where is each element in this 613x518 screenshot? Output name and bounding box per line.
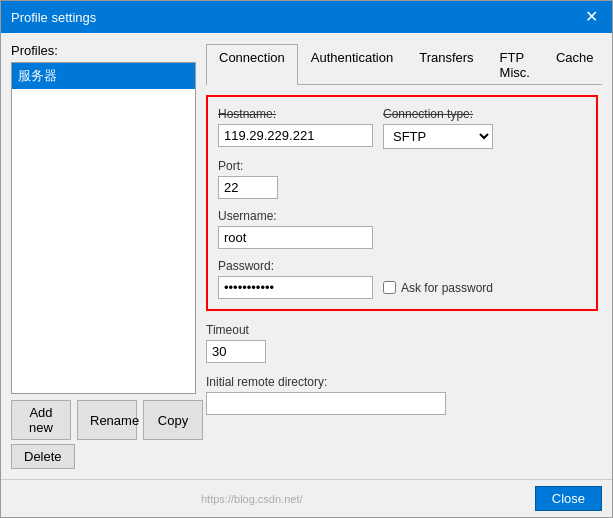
- window-body: Profiles: 服务器 Add new Rename Copy Delete: [1, 33, 612, 479]
- profile-item[interactable]: 服务器: [12, 63, 195, 89]
- conntype-label: Connection type:: [383, 107, 493, 121]
- sidebar: Profiles: 服务器 Add new Rename Copy Delete: [11, 43, 196, 469]
- tab-connection[interactable]: Connection: [206, 44, 298, 85]
- connection-box: Hostname: Connection type: SFTP FTP FTPS…: [206, 95, 598, 311]
- tabs: Connection Authentication Transfers FTP …: [206, 43, 602, 85]
- title-bar: Profile settings ✕: [1, 1, 612, 33]
- password-input[interactable]: [218, 276, 373, 299]
- port-group: Port:: [218, 159, 586, 199]
- timeout-group: Timeout: [206, 323, 598, 363]
- close-button[interactable]: Close: [535, 486, 602, 511]
- main-panel: Connection Authentication Transfers FTP …: [206, 43, 602, 469]
- username-label: Username:: [218, 209, 586, 223]
- sidebar-btn-row-1: Add new Rename Copy: [11, 400, 196, 440]
- port-label: Port:: [218, 159, 586, 173]
- ask-for-password-label: Ask for password: [401, 281, 493, 295]
- username-input[interactable]: [218, 226, 373, 249]
- hostname-input[interactable]: [218, 124, 373, 147]
- username-group: Username:: [218, 209, 586, 249]
- profiles-label: Profiles:: [11, 43, 196, 58]
- remote-dir-label: Initial remote directory:: [206, 375, 598, 389]
- conntype-group: Connection type: SFTP FTP FTPS SCP: [383, 107, 493, 149]
- ask-for-password-checkbox[interactable]: [383, 281, 396, 294]
- timeout-label: Timeout: [206, 323, 598, 337]
- hostname-group: Hostname:: [218, 107, 373, 149]
- ask-for-password-row: Ask for password: [383, 281, 493, 295]
- remote-dir-group: Initial remote directory:: [206, 375, 598, 415]
- conntype-select[interactable]: SFTP FTP FTPS SCP: [383, 124, 493, 149]
- add-new-button[interactable]: Add new: [11, 400, 71, 440]
- tab-transfers[interactable]: Transfers: [406, 44, 486, 85]
- connection-content: Hostname: Connection type: SFTP FTP FTPS…: [206, 95, 602, 469]
- window-title: Profile settings: [11, 10, 96, 25]
- sidebar-btn-row-2: Delete: [11, 444, 196, 469]
- watermark: https://blog.csdn.net/: [201, 493, 303, 505]
- timeout-input[interactable]: [206, 340, 266, 363]
- tab-ftp-misc[interactable]: FTP Misc.: [487, 44, 543, 85]
- window-close-button[interactable]: ✕: [581, 9, 602, 25]
- tab-authentication[interactable]: Authentication: [298, 44, 406, 85]
- port-input[interactable]: [218, 176, 278, 199]
- remote-dir-input[interactable]: [206, 392, 446, 415]
- profile-list[interactable]: 服务器: [11, 62, 196, 394]
- hostname-label: Hostname:: [218, 107, 373, 121]
- password-label: Password:: [218, 259, 586, 273]
- bottom-bar: https://blog.csdn.net/ Close: [1, 479, 612, 517]
- profile-settings-window: Profile settings ✕ Profiles: 服务器 Add new…: [0, 0, 613, 518]
- password-row: Ask for password: [218, 276, 586, 299]
- rename-button[interactable]: Rename: [77, 400, 137, 440]
- tab-cache[interactable]: Cache: [543, 44, 602, 85]
- profile-item-name: 服务器: [18, 68, 57, 83]
- delete-button[interactable]: Delete: [11, 444, 75, 469]
- hostname-conntype-row: Hostname: Connection type: SFTP FTP FTPS…: [218, 107, 586, 149]
- copy-button[interactable]: Copy: [143, 400, 203, 440]
- password-group: Password: Ask for password: [218, 259, 586, 299]
- sidebar-buttons: Add new Rename Copy Delete: [11, 400, 196, 469]
